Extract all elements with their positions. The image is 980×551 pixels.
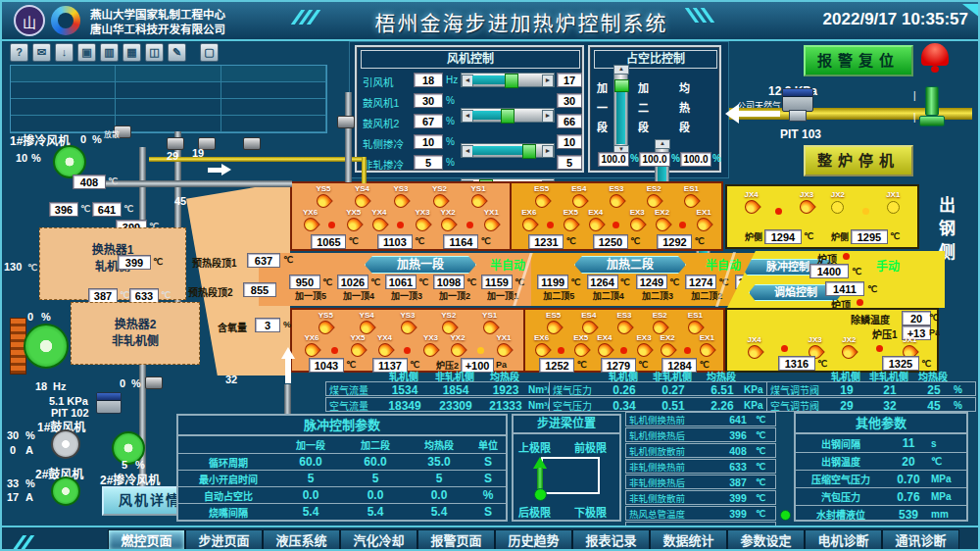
tab-report[interactable]: 报表记录 — [572, 529, 650, 551]
blower2-icon[interactable] — [51, 476, 80, 506]
burner[interactable]: ES1 — [688, 311, 703, 334]
duty-slider[interactable]: ▲▼ — [613, 73, 628, 147]
burner[interactable]: ES3 — [616, 311, 631, 334]
gas-valve-icon[interactable] — [925, 86, 939, 116]
heating1-zone-button[interactable]: 加热一段 — [365, 256, 476, 274]
tab-walking-beam[interactable]: 步进页面 — [185, 529, 263, 551]
burner[interactable]: EX1 — [697, 208, 711, 231]
burner[interactable]: EX2 — [661, 333, 675, 357]
burner[interactable]: EX5 — [564, 208, 578, 231]
fan-slider[interactable]: ◄► — [461, 143, 555, 158]
valve-actuator-icon[interactable] — [243, 137, 261, 150]
burner[interactable]: JX2 — [842, 335, 856, 359]
help-icon[interactable]: ? — [10, 43, 28, 62]
tab-motor-diagnosis[interactable]: 电机诊断 — [805, 529, 882, 551]
burner[interactable]: EX4 — [588, 208, 603, 231]
burner[interactable]: ES1 — [684, 184, 699, 208]
fan-slider[interactable]: ◄► — [461, 108, 555, 123]
burner[interactable]: ES5 — [546, 311, 561, 334]
burner[interactable]: YX4 — [377, 333, 392, 357]
burner[interactable]: YX3 — [415, 208, 429, 231]
alarm-reset-button[interactable]: 报警复位 — [804, 45, 913, 76]
folder-icon[interactable]: ▣ — [77, 43, 96, 62]
alarm-list[interactable] — [10, 65, 327, 133]
burner[interactable]: YS4 — [360, 311, 374, 334]
tab-comm-diagnosis[interactable]: 通讯诊断 — [882, 529, 959, 551]
burner[interactable]: EX3 — [636, 333, 651, 357]
company-logo-icon — [51, 6, 80, 35]
valve-actuator-icon[interactable] — [145, 376, 163, 389]
burner[interactable]: JX1 — [886, 190, 900, 214]
burner[interactable]: YX4 — [371, 208, 386, 231]
burner[interactable]: EX4 — [597, 333, 612, 357]
burner[interactable]: YX6 — [304, 333, 318, 357]
burner[interactable]: ES5 — [534, 184, 549, 208]
report-icon[interactable]: ▦ — [122, 43, 141, 62]
fan-slider[interactable]: ◄► — [461, 73, 555, 87]
burner[interactable]: ES4 — [571, 184, 586, 208]
burner[interactable]: YS5 — [316, 184, 330, 208]
burner[interactable]: EX6 — [521, 208, 536, 231]
furnace-shutdown-button[interactable]: 整炉停机 — [804, 145, 913, 176]
fan-setpoint[interactable]: 66 — [557, 114, 582, 128]
burner[interactable]: YS2 — [441, 311, 456, 334]
tab-alarm[interactable]: 报警页面 — [417, 529, 495, 551]
window-icon[interactable]: ◫ — [145, 43, 164, 62]
pressure-transmitter-icon[interactable] — [782, 88, 813, 112]
burner[interactable]: YS4 — [355, 184, 369, 208]
tab-combustion[interactable]: 燃控页面 — [108, 529, 185, 551]
tab-settings[interactable]: 参数设定 — [727, 529, 805, 551]
mail-icon[interactable]: ✉ — [32, 43, 51, 62]
heating2-zone-button[interactable]: 加热二段 — [574, 256, 686, 274]
burner[interactable]: YS1 — [470, 184, 485, 208]
tab-vaporize-cooling[interactable]: 汽化冷却 — [340, 529, 417, 551]
tab-statistics[interactable]: 数据统计 — [650, 529, 727, 551]
lock-icon[interactable]: ▢ — [200, 43, 219, 62]
burner[interactable]: JX2 — [831, 190, 845, 214]
burner[interactable]: YX5 — [350, 333, 365, 357]
burner[interactable]: YX3 — [423, 333, 438, 357]
tab-history-trend[interactable]: 历史趋势 — [495, 529, 572, 551]
burner[interactable]: ES2 — [653, 311, 667, 334]
burner[interactable]: YX1 — [484, 208, 499, 231]
burner[interactable]: JX4 — [747, 335, 760, 359]
burner[interactable]: JX4 — [745, 190, 759, 214]
valve-actuator-icon[interactable] — [167, 137, 184, 150]
burner[interactable]: JX3 — [800, 190, 813, 214]
burner[interactable]: YS2 — [432, 184, 447, 208]
burner[interactable]: EX1 — [700, 333, 714, 357]
burner[interactable]: EX3 — [630, 208, 645, 231]
gas-pipe — [362, 157, 367, 183]
burner[interactable]: YX6 — [303, 208, 318, 231]
tab-hydraulic[interactable]: 液压系统 — [263, 529, 340, 551]
burner[interactable]: YX2 — [441, 208, 456, 231]
burner[interactable]: YS3 — [393, 184, 408, 208]
fan-setpoint[interactable]: 5 — [557, 155, 582, 170]
burner[interactable]: ES3 — [609, 184, 623, 208]
burner[interactable]: YX1 — [496, 333, 511, 357]
alarm-bell-icon[interactable] — [921, 43, 949, 73]
blower1-icon[interactable] — [51, 429, 80, 459]
burner[interactable]: YS3 — [400, 311, 415, 334]
download-icon[interactable]: ↓ — [55, 43, 74, 62]
induced-draft-fan-icon[interactable] — [24, 324, 69, 369]
mix-fan1-icon[interactable] — [53, 145, 86, 178]
burner[interactable]: YX5 — [346, 208, 361, 231]
beam-title: 步进梁位置 — [514, 416, 619, 434]
burner[interactable]: EX2 — [655, 208, 669, 231]
fan-setpoint[interactable]: 17 — [557, 73, 582, 87]
burner[interactable]: ES2 — [647, 184, 662, 208]
fan-setpoint[interactable]: 30 — [557, 93, 582, 108]
chart-icon[interactable]: ▥ — [100, 43, 119, 62]
flow-arrow-shaft — [739, 111, 780, 117]
pen-icon[interactable]: ✎ — [168, 43, 186, 62]
burner[interactable]: YX2 — [450, 333, 465, 357]
burner[interactable]: YS5 — [318, 311, 333, 334]
fan-setpoint[interactable]: 10 — [557, 134, 582, 149]
pressure-transmitter-icon[interactable] — [96, 392, 122, 414]
burner[interactable]: EX5 — [573, 333, 588, 357]
valve-actuator-icon[interactable] — [337, 116, 355, 128]
burner[interactable]: EX6 — [534, 333, 549, 357]
burner[interactable]: YS1 — [482, 311, 497, 334]
burner[interactable]: ES4 — [581, 311, 596, 334]
